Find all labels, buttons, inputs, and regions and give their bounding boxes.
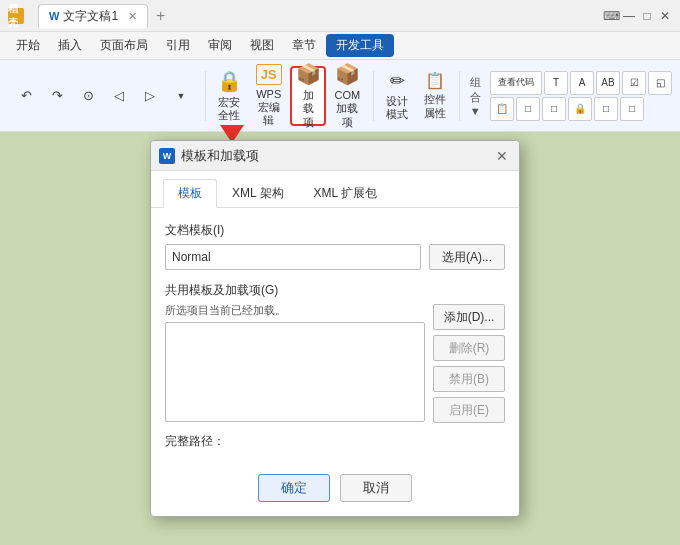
window-close-icon[interactable]: ✕ [658, 9, 672, 23]
shared-templates-section: 共用模板及加载项(G) 所选项目当前已经加载。 添加(D)... 删除(R) 禁… [165, 282, 505, 423]
addins-icon: 📦 [296, 62, 321, 86]
doc-tab-title: 文字文稿1 [63, 8, 118, 25]
dialog-tabs: 模板 XML 架构 XML 扩展包 [151, 171, 519, 208]
doc-tab-close[interactable]: ✕ [128, 10, 137, 23]
addins-button[interactable]: 📦 加载项 [290, 66, 326, 126]
chat-icon[interactable]: ⌨ [604, 9, 618, 23]
menu-bar: 开始 插入 页面布局 引用 审阅 视图 章节 开发工具 [0, 32, 680, 60]
quick-access-toolbar: ↶ ↷ ⊙ ◁ ▷ ▼ [8, 82, 199, 110]
doc-tab-icon: W [49, 10, 59, 22]
tr-btn-AB[interactable]: AB [596, 71, 620, 95]
tr-btn-check[interactable]: ☑ [622, 71, 646, 95]
tr-btn-A[interactable]: A [570, 71, 594, 95]
tab-area: W 文字文稿1 ✕ + [38, 4, 169, 28]
menu-insert[interactable]: 插入 [50, 34, 90, 57]
doc-tab[interactable]: W 文字文稿1 ✕ [38, 4, 148, 28]
remove-template-button[interactable]: 删除(R) [433, 335, 505, 361]
toolbar-right-row-2: 📋 □ □ 🔒 □ □ [490, 97, 672, 121]
dialog-close-button[interactable]: ✕ [493, 147, 511, 165]
print-btn[interactable]: ⊙ [74, 82, 102, 110]
dialog-footer: 确定 取消 [151, 464, 519, 516]
shared-templates-label: 共用模板及加载项(G) [165, 282, 425, 299]
dialog-title-icon: W [159, 148, 175, 164]
toolbar-right: 查看代码 T A AB ☑ ◱ 📋 □ □ 🔒 □ □ [490, 71, 672, 121]
control-props-button[interactable]: 📋 控件属性 [417, 66, 453, 126]
wps-macro-button[interactable]: JS WPS 宏编辑 [249, 66, 288, 126]
select-template-button[interactable]: 选用(A)... [429, 244, 505, 270]
dialog-body: 文档模板(I) 选用(A)... 共用模板及加载项(G) 所选项目当前已经加载。… [151, 208, 519, 464]
menu-chapter[interactable]: 章节 [284, 34, 324, 57]
redo-btn[interactable]: ↷ [43, 82, 71, 110]
doc-template-label: 文档模板(I) [165, 222, 505, 239]
design-mode-label: 设计模式 [385, 95, 409, 121]
design-mode-icon: ✏ [390, 70, 405, 92]
dialog-tab-xml-schema[interactable]: XML 架构 [217, 179, 299, 208]
shared-templates-list[interactable] [165, 322, 425, 422]
tr-btn-11[interactable]: □ [620, 97, 644, 121]
undo-btn[interactable]: ↶ [12, 82, 40, 110]
minimize-icon[interactable]: — [622, 9, 636, 23]
tr-btn-T[interactable]: T [544, 71, 568, 95]
control-props-label: 控件属性 [423, 93, 447, 119]
maximize-icon[interactable]: □ [640, 9, 654, 23]
shared-templates-info: 所选项目当前已经加载。 [165, 303, 425, 318]
wps-macro-label: WPS 宏编辑 [255, 88, 282, 128]
enable-template-button[interactable]: 启用(E) [433, 397, 505, 423]
menu-view[interactable]: 视图 [242, 34, 282, 57]
menu-page-layout[interactable]: 页面布局 [92, 34, 156, 57]
tr-btn-corner[interactable]: ◱ [648, 71, 672, 95]
doc-template-input[interactable] [165, 244, 421, 270]
doc-template-row: 选用(A)... [165, 244, 505, 270]
menu-review[interactable]: 审阅 [200, 34, 240, 57]
confirm-button[interactable]: 确定 [258, 474, 330, 502]
dialog-tab-xml-extension[interactable]: XML 扩展包 [299, 179, 393, 208]
shared-templates-left: 共用模板及加载项(G) 所选项目当前已经加载。 [165, 282, 425, 423]
full-path-label: 完整路径： [165, 433, 505, 450]
addins-label: 加载项 [298, 89, 318, 129]
design-mode-button[interactable]: ✏ 设计模式 [379, 66, 415, 126]
tr-btn-7[interactable]: □ [516, 97, 540, 121]
menu-dev-tools[interactable]: 开发工具 [326, 34, 394, 57]
control-props-icon: 📋 [425, 71, 445, 90]
shared-templates-actions: 添加(D)... 删除(R) 禁用(B) 启用(E) [433, 282, 505, 423]
dropdown-btn[interactable]: ▼ [167, 82, 195, 110]
security-label: 宏安全性 [217, 96, 241, 122]
new-tab-button[interactable]: + [152, 7, 169, 25]
app-logo: 稻壳 [8, 8, 24, 24]
security-icon: 🔒 [217, 69, 242, 93]
security-button[interactable]: 🔒 宏安全性 [211, 66, 247, 126]
view-code-btn[interactable]: 查看代码 [490, 71, 542, 95]
add-template-button[interactable]: 添加(D)... [433, 304, 505, 330]
combine-label: 组合▼ [466, 75, 488, 117]
menu-references[interactable]: 引用 [158, 34, 198, 57]
com-addins-label: COM 加载项 [334, 89, 361, 129]
title-bar: 稻壳 W 文字文稿1 ✕ + ⌨ — □ ✕ [0, 0, 680, 32]
tr-btn-8[interactable]: □ [542, 97, 566, 121]
dialog-title-bar: W 模板和加载项 ✕ [151, 141, 519, 171]
toolbar: ↶ ↷ ⊙ ◁ ▷ ▼ 🔒 宏安全性 JS WPS 宏编辑 📦 加载项 📦 CO… [0, 60, 680, 132]
com-addins-button[interactable]: 📦 COM 加载项 [328, 66, 367, 126]
cancel-button[interactable]: 取消 [340, 474, 412, 502]
tr-btn-6[interactable]: 📋 [490, 97, 514, 121]
disable-template-button[interactable]: 禁用(B) [433, 366, 505, 392]
menu-start[interactable]: 开始 [8, 34, 48, 57]
dialog-tab-template[interactable]: 模板 [163, 179, 217, 208]
title-bar-left: 稻壳 W 文字文稿1 ✕ + [8, 4, 169, 28]
js-icon: JS [256, 64, 282, 85]
dialog-title-text: 模板和加载项 [181, 147, 493, 165]
toolbar-right-row-1: 查看代码 T A AB ☑ ◱ [490, 71, 672, 95]
tr-btn-10[interactable]: □ [594, 97, 618, 121]
dialog-templates-addins: W 模板和加载项 ✕ 模板 XML 架构 XML 扩展包 文档模板(I) 选用(… [150, 140, 520, 517]
tr-btn-9[interactable]: 🔒 [568, 97, 592, 121]
com-addins-icon: 📦 [335, 62, 360, 86]
title-bar-controls: ⌨ — □ ✕ [604, 9, 672, 23]
next-btn[interactable]: ▷ [136, 82, 164, 110]
prev-btn[interactable]: ◁ [105, 82, 133, 110]
